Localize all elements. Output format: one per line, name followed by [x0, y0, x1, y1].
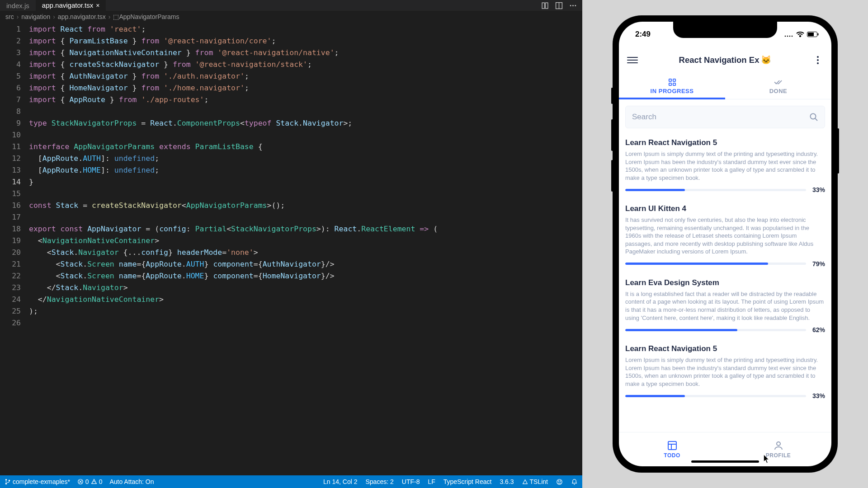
svg-rect-23	[808, 33, 814, 36]
item-title: Learn React Navigation 5	[625, 138, 825, 147]
tab-label: app.navigator.tsx	[42, 1, 93, 9]
svg-point-15	[558, 480, 559, 481]
sb-spaces[interactable]: Spaces: 2	[366, 478, 394, 485]
sb-cursor[interactable]: Ln 14, Col 2	[323, 478, 358, 485]
progress-bar	[625, 263, 806, 265]
svg-point-5	[572, 5, 574, 6]
list-item[interactable]: Learn React Navigation 5Lorem Ipsum is s…	[625, 132, 825, 198]
tab-bar: index.js app.navigator.tsx ×	[0, 0, 582, 11]
simulator-panel: 2:49 React Navigation Ex🐱 IN PROGRESS	[582, 0, 868, 488]
svg-point-14	[557, 479, 562, 484]
svg-rect-31	[668, 441, 676, 450]
wifi-icon	[796, 32, 804, 37]
device-time: 2:49	[635, 30, 651, 39]
item-title: Learn React Navigation 5	[625, 344, 825, 353]
progress-pct: 33%	[812, 392, 825, 399]
list-item[interactable]: Learn UI Kitten 4It has survived not onl…	[625, 198, 825, 272]
crumb[interactable]: app.navigator.tsx	[58, 13, 106, 20]
svg-rect-25	[669, 79, 671, 81]
crumb[interactable]: navigation	[21, 13, 50, 20]
svg-rect-24	[818, 33, 819, 36]
tab-label: index.js	[6, 2, 29, 9]
signal-icon	[784, 32, 793, 37]
svg-point-20	[792, 36, 793, 37]
search-icon	[809, 113, 818, 122]
layout-icon	[667, 441, 677, 450]
minimap[interactable]	[577, 23, 582, 475]
svg-point-16	[560, 480, 561, 481]
progress-pct: 33%	[812, 186, 825, 193]
svg-point-29	[811, 114, 816, 119]
more-vertical-icon[interactable]	[812, 55, 823, 66]
progress-pct: 62%	[812, 326, 825, 333]
progress-bar	[625, 189, 806, 191]
home-indicator[interactable]	[691, 460, 759, 463]
svg-point-18	[787, 36, 788, 37]
svg-point-17	[785, 36, 786, 37]
top-tabs: IN PROGRESS DONE	[619, 73, 831, 99]
split-icon[interactable]	[555, 2, 563, 9]
svg-rect-27	[669, 83, 671, 85]
close-icon[interactable]: ×	[96, 2, 99, 9]
sb-eol[interactable]: LF	[428, 478, 435, 485]
line-gutter: 1234567891011121314151617181920212223242…	[0, 23, 29, 475]
app-header: React Navigation Ex🐱	[619, 47, 831, 73]
crumb[interactable]: src	[5, 13, 14, 20]
sb-language[interactable]: TypeScript React	[443, 478, 492, 485]
sb-auto-attach[interactable]: Auto Attach: On	[109, 478, 154, 485]
list-item[interactable]: Learn React Navigation 5Lorem Ipsum is s…	[625, 338, 825, 404]
svg-point-21	[800, 36, 801, 37]
svg-point-9	[9, 480, 10, 482]
code-content[interactable]: import React from 'react';import { Param…	[29, 23, 577, 475]
item-title: Learn Eva Design System	[625, 278, 825, 287]
svg-rect-1	[546, 3, 548, 9]
sb-encoding[interactable]: UTF-8	[402, 478, 420, 485]
svg-line-30	[815, 118, 817, 121]
status-bar: complete-exmaples* 0 0 Auto Attach: On L…	[0, 475, 582, 488]
svg-rect-26	[673, 79, 675, 81]
item-title: Learn UI Kitten 4	[625, 204, 825, 213]
svg-point-7	[5, 479, 7, 481]
progress-pct: 79%	[812, 260, 825, 267]
sb-ts-version[interactable]: 3.6.3	[500, 478, 514, 485]
person-icon	[774, 441, 783, 450]
search-input[interactable]: Search	[625, 106, 825, 128]
bell-icon[interactable]	[571, 479, 578, 485]
editor-actions	[541, 2, 582, 9]
svg-rect-0	[542, 3, 544, 9]
search-placeholder: Search	[632, 113, 809, 122]
svg-point-34	[777, 442, 780, 446]
tab-index-js[interactable]: index.js	[0, 0, 36, 11]
breadcrumbs[interactable]: src› navigation› app.navigator.tsx› ⬚ Ap…	[0, 11, 582, 23]
sb-branch[interactable]: complete-exmaples*	[5, 478, 70, 485]
list-item[interactable]: Learn Eva Design SystemIt is a long esta…	[625, 272, 825, 338]
svg-rect-28	[673, 83, 675, 85]
todo-list[interactable]: Learn React Navigation 5Lorem Ipsum is s…	[619, 132, 831, 432]
notch	[673, 22, 777, 38]
code-area[interactable]: 1234567891011121314151617181920212223242…	[0, 23, 582, 475]
svg-point-8	[5, 483, 7, 485]
compare-icon[interactable]	[541, 2, 549, 9]
phone-frame: 2:49 React Navigation Ex🐱 IN PROGRESS	[613, 15, 838, 473]
item-desc: It is a long established fact that a rea…	[625, 290, 825, 322]
more-icon[interactable]	[569, 2, 577, 9]
progress-bar	[625, 329, 806, 331]
tab-app-navigator[interactable]: app.navigator.tsx ×	[36, 0, 106, 11]
tab-in-progress[interactable]: IN PROGRESS	[619, 73, 725, 99]
item-desc: Lorem Ipsum is simply dummy text of the …	[625, 356, 825, 388]
svg-point-6	[575, 5, 576, 6]
sb-tslint[interactable]: TSLint	[522, 478, 548, 485]
svg-point-4	[570, 5, 571, 6]
progress-bar	[625, 395, 806, 397]
crumb[interactable]: AppNavigatorParams	[119, 13, 179, 20]
battery-icon	[807, 32, 819, 37]
item-desc: Lorem Ipsum is simply dummy text of the …	[625, 150, 825, 182]
app-title: React Navigation Ex🐱	[642, 55, 808, 65]
done-all-icon	[774, 78, 783, 86]
menu-icon[interactable]	[627, 55, 638, 66]
tab-done[interactable]: DONE	[725, 73, 831, 99]
feedback-icon[interactable]	[556, 479, 563, 485]
grid-icon	[668, 78, 677, 86]
sb-problems[interactable]: 0 0	[77, 478, 103, 485]
code-editor: index.js app.navigator.tsx × src› naviga…	[0, 0, 582, 488]
